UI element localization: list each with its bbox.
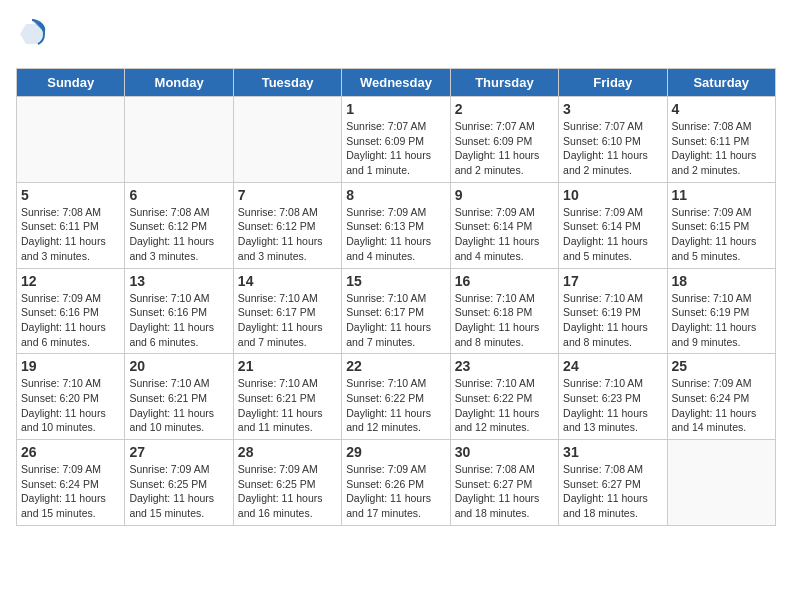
day-number: 11: [672, 187, 771, 203]
logo: [16, 16, 52, 56]
day-number: 22: [346, 358, 445, 374]
calendar-cell: 11Sunrise: 7:09 AM Sunset: 6:15 PM Dayli…: [667, 182, 775, 268]
calendar-cell: 23Sunrise: 7:10 AM Sunset: 6:22 PM Dayli…: [450, 354, 558, 440]
day-number: 16: [455, 273, 554, 289]
calendar-cell: 27Sunrise: 7:09 AM Sunset: 6:25 PM Dayli…: [125, 440, 233, 526]
page: SundayMondayTuesdayWednesdayThursdayFrid…: [0, 0, 792, 542]
day-number: 8: [346, 187, 445, 203]
calendar-cell: 1Sunrise: 7:07 AM Sunset: 6:09 PM Daylig…: [342, 97, 450, 183]
calendar-cell: 26Sunrise: 7:09 AM Sunset: 6:24 PM Dayli…: [17, 440, 125, 526]
day-info: Sunrise: 7:09 AM Sunset: 6:25 PM Dayligh…: [238, 462, 337, 521]
day-number: 10: [563, 187, 662, 203]
day-number: 14: [238, 273, 337, 289]
day-number: 3: [563, 101, 662, 117]
day-info: Sunrise: 7:09 AM Sunset: 6:25 PM Dayligh…: [129, 462, 228, 521]
calendar-cell: 13Sunrise: 7:10 AM Sunset: 6:16 PM Dayli…: [125, 268, 233, 354]
calendar-cell: 17Sunrise: 7:10 AM Sunset: 6:19 PM Dayli…: [559, 268, 667, 354]
calendar-cell: 3Sunrise: 7:07 AM Sunset: 6:10 PM Daylig…: [559, 97, 667, 183]
day-number: 7: [238, 187, 337, 203]
day-info: Sunrise: 7:10 AM Sunset: 6:16 PM Dayligh…: [129, 291, 228, 350]
day-number: 13: [129, 273, 228, 289]
calendar-cell: 14Sunrise: 7:10 AM Sunset: 6:17 PM Dayli…: [233, 268, 341, 354]
day-number: 9: [455, 187, 554, 203]
day-number: 24: [563, 358, 662, 374]
day-number: 6: [129, 187, 228, 203]
day-number: 21: [238, 358, 337, 374]
calendar-cell: 29Sunrise: 7:09 AM Sunset: 6:26 PM Dayli…: [342, 440, 450, 526]
day-info: Sunrise: 7:10 AM Sunset: 6:21 PM Dayligh…: [129, 376, 228, 435]
calendar-cell: 30Sunrise: 7:08 AM Sunset: 6:27 PM Dayli…: [450, 440, 558, 526]
day-number: 29: [346, 444, 445, 460]
day-info: Sunrise: 7:08 AM Sunset: 6:12 PM Dayligh…: [238, 205, 337, 264]
calendar-cell: 10Sunrise: 7:09 AM Sunset: 6:14 PM Dayli…: [559, 182, 667, 268]
day-number: 20: [129, 358, 228, 374]
day-number: 18: [672, 273, 771, 289]
day-info: Sunrise: 7:10 AM Sunset: 6:22 PM Dayligh…: [346, 376, 445, 435]
calendar-cell: [667, 440, 775, 526]
calendar-cell: 2Sunrise: 7:07 AM Sunset: 6:09 PM Daylig…: [450, 97, 558, 183]
day-info: Sunrise: 7:08 AM Sunset: 6:12 PM Dayligh…: [129, 205, 228, 264]
week-row-1: 1Sunrise: 7:07 AM Sunset: 6:09 PM Daylig…: [17, 97, 776, 183]
calendar-cell: 25Sunrise: 7:09 AM Sunset: 6:24 PM Dayli…: [667, 354, 775, 440]
day-number: 1: [346, 101, 445, 117]
calendar-cell: 31Sunrise: 7:08 AM Sunset: 6:27 PM Dayli…: [559, 440, 667, 526]
calendar-cell: [17, 97, 125, 183]
header: [16, 16, 776, 56]
week-row-2: 5Sunrise: 7:08 AM Sunset: 6:11 PM Daylig…: [17, 182, 776, 268]
day-number: 5: [21, 187, 120, 203]
day-info: Sunrise: 7:10 AM Sunset: 6:23 PM Dayligh…: [563, 376, 662, 435]
day-number: 17: [563, 273, 662, 289]
calendar-cell: [233, 97, 341, 183]
day-number: 15: [346, 273, 445, 289]
day-info: Sunrise: 7:08 AM Sunset: 6:11 PM Dayligh…: [21, 205, 120, 264]
day-number: 31: [563, 444, 662, 460]
day-info: Sunrise: 7:07 AM Sunset: 6:10 PM Dayligh…: [563, 119, 662, 178]
day-number: 4: [672, 101, 771, 117]
day-info: Sunrise: 7:09 AM Sunset: 6:16 PM Dayligh…: [21, 291, 120, 350]
day-number: 12: [21, 273, 120, 289]
weekday-header-tuesday: Tuesday: [233, 69, 341, 97]
day-info: Sunrise: 7:10 AM Sunset: 6:17 PM Dayligh…: [238, 291, 337, 350]
day-info: Sunrise: 7:09 AM Sunset: 6:14 PM Dayligh…: [563, 205, 662, 264]
logo-icon: [16, 16, 48, 56]
calendar-cell: 15Sunrise: 7:10 AM Sunset: 6:17 PM Dayli…: [342, 268, 450, 354]
weekday-header-friday: Friday: [559, 69, 667, 97]
calendar: SundayMondayTuesdayWednesdayThursdayFrid…: [16, 68, 776, 526]
week-row-4: 19Sunrise: 7:10 AM Sunset: 6:20 PM Dayli…: [17, 354, 776, 440]
day-info: Sunrise: 7:10 AM Sunset: 6:22 PM Dayligh…: [455, 376, 554, 435]
calendar-cell: 9Sunrise: 7:09 AM Sunset: 6:14 PM Daylig…: [450, 182, 558, 268]
calendar-cell: 24Sunrise: 7:10 AM Sunset: 6:23 PM Dayli…: [559, 354, 667, 440]
day-number: 27: [129, 444, 228, 460]
calendar-cell: 4Sunrise: 7:08 AM Sunset: 6:11 PM Daylig…: [667, 97, 775, 183]
day-info: Sunrise: 7:09 AM Sunset: 6:24 PM Dayligh…: [672, 376, 771, 435]
day-info: Sunrise: 7:09 AM Sunset: 6:13 PM Dayligh…: [346, 205, 445, 264]
day-info: Sunrise: 7:08 AM Sunset: 6:27 PM Dayligh…: [563, 462, 662, 521]
weekday-header-sunday: Sunday: [17, 69, 125, 97]
calendar-cell: 20Sunrise: 7:10 AM Sunset: 6:21 PM Dayli…: [125, 354, 233, 440]
day-info: Sunrise: 7:09 AM Sunset: 6:14 PM Dayligh…: [455, 205, 554, 264]
day-number: 30: [455, 444, 554, 460]
calendar-cell: 22Sunrise: 7:10 AM Sunset: 6:22 PM Dayli…: [342, 354, 450, 440]
calendar-cell: 18Sunrise: 7:10 AM Sunset: 6:19 PM Dayli…: [667, 268, 775, 354]
day-info: Sunrise: 7:09 AM Sunset: 6:15 PM Dayligh…: [672, 205, 771, 264]
calendar-cell: [125, 97, 233, 183]
day-number: 23: [455, 358, 554, 374]
day-info: Sunrise: 7:07 AM Sunset: 6:09 PM Dayligh…: [455, 119, 554, 178]
calendar-cell: 5Sunrise: 7:08 AM Sunset: 6:11 PM Daylig…: [17, 182, 125, 268]
day-info: Sunrise: 7:10 AM Sunset: 6:21 PM Dayligh…: [238, 376, 337, 435]
weekday-header-thursday: Thursday: [450, 69, 558, 97]
calendar-cell: 16Sunrise: 7:10 AM Sunset: 6:18 PM Dayli…: [450, 268, 558, 354]
calendar-cell: 28Sunrise: 7:09 AM Sunset: 6:25 PM Dayli…: [233, 440, 341, 526]
day-number: 28: [238, 444, 337, 460]
day-info: Sunrise: 7:09 AM Sunset: 6:26 PM Dayligh…: [346, 462, 445, 521]
day-info: Sunrise: 7:10 AM Sunset: 6:20 PM Dayligh…: [21, 376, 120, 435]
day-info: Sunrise: 7:08 AM Sunset: 6:27 PM Dayligh…: [455, 462, 554, 521]
day-info: Sunrise: 7:09 AM Sunset: 6:24 PM Dayligh…: [21, 462, 120, 521]
calendar-cell: 19Sunrise: 7:10 AM Sunset: 6:20 PM Dayli…: [17, 354, 125, 440]
weekday-header-saturday: Saturday: [667, 69, 775, 97]
week-row-3: 12Sunrise: 7:09 AM Sunset: 6:16 PM Dayli…: [17, 268, 776, 354]
weekday-header-monday: Monday: [125, 69, 233, 97]
day-info: Sunrise: 7:10 AM Sunset: 6:19 PM Dayligh…: [563, 291, 662, 350]
week-row-5: 26Sunrise: 7:09 AM Sunset: 6:24 PM Dayli…: [17, 440, 776, 526]
day-number: 25: [672, 358, 771, 374]
